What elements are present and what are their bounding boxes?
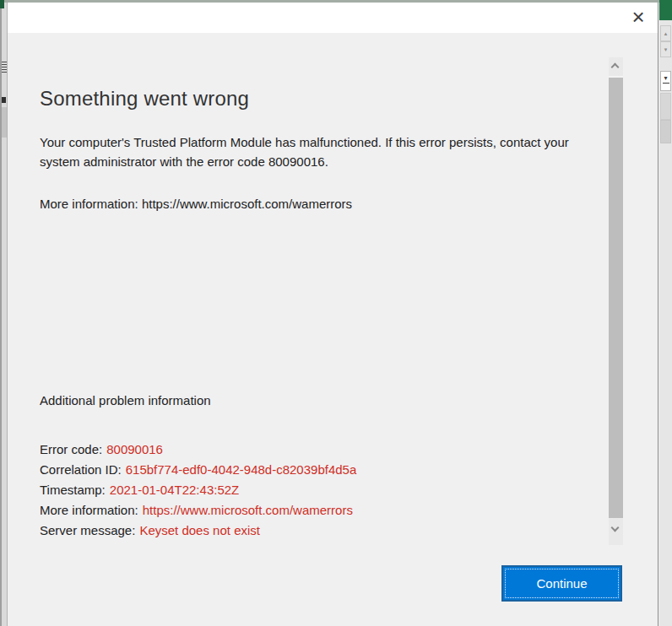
detail-label: Correlation ID: — [40, 462, 122, 477]
chevron-up-icon — [611, 63, 620, 72]
dialog-scrollbar[interactable] — [609, 57, 623, 545]
server-message-value: Keyset does not exist — [139, 523, 260, 537]
correlation-id-value: 615bf774-edf0-4042-948d-c82039bf4d5a — [126, 462, 357, 477]
more-information-link[interactable]: https://www.microsoft.com/wamerrors — [143, 503, 353, 517]
window-border-line — [0, 3, 2, 626]
detail-row-error-code: Error code:80090016 — [40, 440, 356, 460]
detail-row-correlation-id: Correlation ID:615bf774-edf0-4042-948d-c… — [40, 460, 356, 480]
excel-titlebar-fragment — [659, 0, 672, 20]
filter-bar-glyph — [663, 83, 669, 84]
scroll-up-button[interactable] — [609, 57, 623, 76]
filter-arrow-glyph: ▾ — [664, 74, 667, 82]
excel-scroll-thumb-fragment[interactable] — [660, 93, 671, 120]
excel-scroll-down-button[interactable]: ▾ — [660, 41, 671, 57]
close-button[interactable]: × — [626, 4, 651, 30]
continue-button[interactable]: Continue — [501, 565, 622, 602]
dialog-titlebar: × — [8, 3, 658, 33]
scroll-down-button[interactable] — [609, 518, 623, 545]
detail-label: Error code: — [40, 442, 102, 456]
detail-row-server-message: Server message:Keyset does not exist — [40, 521, 356, 541]
detail-label: More information: — [40, 503, 138, 517]
background-window-corner — [0, 0, 4, 8]
detail-row-more-information: More information:https://www.microsoft.c… — [40, 500, 356, 521]
additional-info-heading: Additional problem information — [40, 393, 211, 407]
excel-scroll-up-button[interactable]: ▴ — [660, 25, 671, 41]
scrollbar-thumb[interactable] — [609, 78, 623, 518]
detail-label: Timestamp: — [40, 483, 106, 497]
excel-filter-icon[interactable]: ▾ — [660, 71, 671, 91]
chevron-down-icon — [611, 524, 620, 532]
error-details-list: Error code:80090016 Correlation ID:615bf… — [40, 440, 356, 541]
more-information-line: More information: https://www.microsoft.… — [40, 197, 352, 211]
timestamp-value: 2021-01-04T22:43:52Z — [110, 483, 239, 497]
detail-label: Server message: — [40, 523, 135, 537]
background-window-right-edge: ▴ ▾ ▾ — [659, 0, 672, 626]
excel-scrollbar: ▴ ▾ ▾ — [660, 25, 671, 143]
dialog-heading: Something went wrong — [40, 87, 249, 111]
screen: ▴ ▾ ▾ × Something went wrong Your comput… — [0, 0, 672, 626]
detail-row-timestamp: Timestamp:2021-01-04T22:43:52Z — [40, 480, 356, 500]
error-code-value: 80090016 — [106, 442, 163, 456]
excel-scroll-track-fragment — [660, 120, 671, 143]
background-window-left-edge — [0, 3, 7, 626]
error-description: Your computer's Trusted Platform Module … — [40, 132, 593, 171]
error-dialog: × Something went wrong Your computer's T… — [7, 3, 658, 626]
background-glyph — [2, 97, 6, 103]
